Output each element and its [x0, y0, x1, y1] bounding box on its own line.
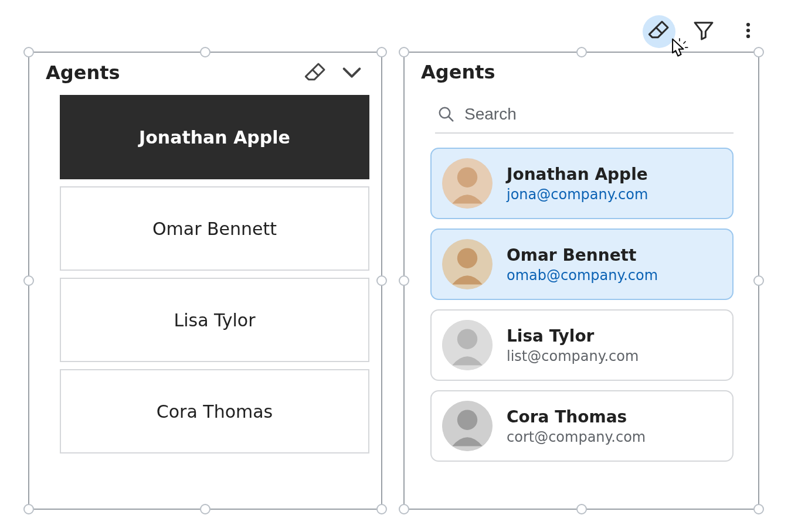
agent-name: Cora Thomas	[507, 407, 646, 427]
resize-handle[interactable]	[399, 47, 409, 57]
avatar	[442, 239, 493, 289]
svg-point-7	[457, 329, 477, 349]
search-icon	[437, 105, 455, 123]
search-container	[435, 100, 734, 134]
agent-card[interactable]: Cora Thomas cort@company.com	[430, 390, 734, 462]
svg-point-11	[746, 29, 750, 32]
resize-handle[interactable]	[376, 504, 387, 514]
avatar	[442, 158, 493, 209]
resize-handle[interactable]	[399, 275, 409, 286]
svg-point-9	[457, 410, 477, 429]
left-panel-header: Agents	[29, 53, 381, 95]
clear-selections-button[interactable]	[643, 15, 675, 48]
left-panel-tile-list: Jonathan Apple Omar Bennett Lisa Tylor C…	[29, 95, 381, 466]
agent-name: Lisa Tylor	[507, 326, 639, 346]
visual-toolbar	[643, 15, 765, 48]
resize-handle[interactable]	[576, 47, 587, 57]
resize-handle[interactable]	[200, 504, 210, 514]
eraser-icon[interactable]	[304, 61, 327, 84]
tile-label: Omar Bennett	[152, 219, 277, 239]
svg-point-3	[457, 167, 477, 187]
filter-icon	[692, 19, 715, 45]
agent-card[interactable]: Jonathan Apple jona@company.com	[430, 148, 734, 219]
left-slicer-frame[interactable]: Agents Jonathan Apple Omar Bennett Lisa …	[28, 52, 382, 510]
chevron-down-icon[interactable]	[340, 61, 364, 84]
avatar	[442, 320, 493, 370]
eraser-icon	[647, 19, 671, 45]
tile-label: Cora Thomas	[157, 401, 273, 422]
left-panel-title: Agents	[46, 62, 120, 84]
left-panel-header-icons	[304, 61, 364, 84]
resize-handle[interactable]	[399, 504, 409, 514]
tile-item[interactable]: Omar Bennett	[60, 186, 369, 271]
right-panel-header: Agents	[405, 53, 758, 94]
tile-item[interactable]: Lisa Tylor	[60, 278, 369, 362]
svg-point-10	[746, 23, 750, 26]
resize-handle[interactable]	[23, 504, 34, 514]
resize-handle[interactable]	[200, 47, 210, 57]
filter-button[interactable]	[687, 15, 720, 48]
more-vertical-icon	[738, 21, 758, 43]
svg-line-1	[449, 117, 453, 121]
more-options-button[interactable]	[732, 15, 765, 48]
agent-email: list@company.com	[507, 348, 639, 364]
resize-handle[interactable]	[23, 275, 34, 286]
right-panel-title: Agents	[421, 61, 495, 83]
agent-email: omab@company.com	[507, 267, 658, 284]
resize-handle[interactable]	[376, 275, 387, 286]
agent-card[interactable]: Lisa Tylor list@company.com	[430, 309, 734, 381]
right-panel-card-list: Jonathan Apple jona@company.com Omar Ben…	[405, 138, 758, 475]
svg-point-12	[746, 35, 750, 38]
agent-card[interactable]: Omar Bennett omab@company.com	[430, 229, 734, 300]
agent-name: Jonathan Apple	[507, 165, 648, 184]
agent-text: Omar Bennett omab@company.com	[507, 245, 658, 284]
agent-text: Jonathan Apple jona@company.com	[507, 165, 648, 203]
resize-handle[interactable]	[753, 275, 764, 286]
resize-handle[interactable]	[753, 504, 764, 514]
resize-handle[interactable]	[376, 47, 387, 57]
agent-email: cort@company.com	[507, 429, 646, 445]
tile-item[interactable]: Cora Thomas	[60, 369, 369, 453]
tile-label: Lisa Tylor	[174, 310, 255, 330]
tile-item[interactable]: Jonathan Apple	[60, 95, 369, 179]
right-slicer-frame[interactable]: Agents Jonathan Apple jona@company.com	[403, 52, 759, 510]
resize-handle[interactable]	[753, 47, 764, 57]
search-input[interactable]	[463, 104, 731, 124]
svg-point-5	[457, 248, 477, 268]
agent-text: Lisa Tylor list@company.com	[507, 326, 639, 364]
resize-handle[interactable]	[23, 47, 34, 57]
agent-text: Cora Thomas cort@company.com	[507, 407, 646, 445]
agent-email: jona@company.com	[507, 186, 648, 203]
tile-label: Jonathan Apple	[139, 127, 290, 148]
agent-name: Omar Bennett	[507, 245, 658, 265]
avatar	[442, 401, 493, 451]
resize-handle[interactable]	[576, 504, 587, 514]
